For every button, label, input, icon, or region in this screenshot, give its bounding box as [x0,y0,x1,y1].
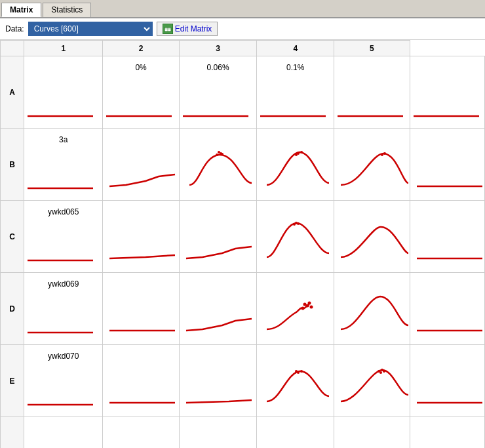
cell-D-4[interactable] [257,273,334,345]
cell-row-label: 3a [26,130,101,144]
cell-empty-baseline [334,106,410,121]
cell-top-label: 0.1% [258,58,332,72]
cell-E-3[interactable] [179,345,257,417]
cell-B-3[interactable] [179,129,257,201]
cell-E-2[interactable] [103,345,179,417]
svg-point-16 [295,153,298,156]
cell-top-label: 0.06% [181,58,256,72]
cell-E-4[interactable] [257,345,334,417]
cell-E-5[interactable] [334,345,410,417]
cell-D-6[interactable] [410,273,484,345]
matrix-table: 1 2 3 4 5 A 0% 0.06% [0,40,485,448]
cell-C-2[interactable] [103,201,179,273]
row-header-C: C [1,201,24,273]
cell-curve [183,291,257,339]
edit-matrix-button[interactable]: Edit Matrix [157,22,218,36]
cell-curve [338,219,410,267]
cell-baseline [24,178,102,193]
svg-point-10 [216,153,218,156]
cell-D-1[interactable]: ywkd069 [24,273,103,345]
cell-F-1[interactable] [24,417,103,449]
cell-D-5[interactable] [334,273,410,345]
cell-row-label: ywkd069 [26,274,101,289]
cell-E-6[interactable] [410,345,484,417]
col-header-1: 1 [24,41,103,56]
cell-curve [338,147,410,195]
row-header-B: B [1,129,24,201]
col-header-4: 4 [257,41,334,56]
cell-curve [260,363,334,411]
cell-curve [260,219,334,267]
cell-B-6[interactable] [410,129,484,201]
cell-baseline [24,323,102,338]
svg-point-17 [381,153,383,156]
cell-A-2[interactable]: 0% [103,56,179,129]
cell-A-6[interactable] [410,56,484,129]
data-select[interactable]: Curves [600] [28,22,153,36]
cell-curve [183,436,257,448]
svg-point-18 [383,152,386,155]
cell-curve [183,363,257,411]
cell-row-label: ywkd070 [26,346,101,361]
svg-point-12 [218,151,220,153]
col-header-2: 2 [103,41,179,56]
cell-A-3[interactable]: 0.06% [179,56,257,129]
cell-F-3[interactable] [179,417,257,449]
cell-empty-baseline [24,106,102,121]
svg-point-31 [300,370,303,373]
cell-A-4[interactable]: 0.1% [257,56,334,129]
cell-C-5[interactable] [334,201,410,273]
cell-curve [106,436,179,448]
cell-curve [414,219,485,267]
cell-B-4[interactable] [257,129,334,201]
cell-C-1[interactable]: ywkd065 [24,201,103,273]
col-header-5: 5 [334,41,410,56]
svg-point-28 [308,302,311,305]
cell-curve [338,436,410,448]
svg-point-36 [381,369,383,371]
cell-D-2[interactable] [103,273,179,345]
svg-point-15 [300,151,303,153]
cell-A-5[interactable] [334,56,410,129]
cell-D-3[interactable] [179,273,257,345]
col-header-3: 3 [179,41,257,56]
cell-curve [183,147,257,195]
cell-B-5[interactable] [334,129,410,201]
tab-statistics[interactable]: Statistics [43,3,91,17]
cell-curve [183,219,257,267]
cell-C-6[interactable] [410,201,484,273]
matrix-container[interactable]: 1 2 3 4 5 A 0% 0.06% [0,40,485,448]
cell-F-2[interactable] [103,417,179,449]
data-label: Data: [5,24,24,33]
cell-curve [106,291,179,339]
toolbar: Data: Curves [600] Edit Matrix [0,18,485,40]
svg-point-27 [303,303,307,306]
cell-curve [338,291,410,339]
svg-point-22 [295,222,298,224]
cell-A-1[interactable] [24,56,103,129]
cell-curve [106,147,179,195]
edit-icon [163,24,173,34]
cell-F-4[interactable] [257,417,334,449]
cell-F-5[interactable] [334,417,410,449]
cell-C-3[interactable] [179,201,257,273]
cell-F-6[interactable] [410,417,484,449]
cell-empty-baseline [410,106,484,121]
cell-E-1[interactable]: ywkd070 [24,345,103,417]
tab-bar: Matrix Statistics [0,0,485,18]
cell-top-label: 0% [104,58,177,72]
tab-matrix[interactable]: Matrix [1,3,41,17]
cell-B-2[interactable] [103,129,179,201]
svg-point-24 [301,307,305,310]
svg-point-13 [221,153,223,155]
cell-curve [414,291,485,339]
cell-B-1[interactable]: 3a [24,129,103,201]
svg-point-32 [295,370,298,373]
row-header-F: F [1,417,24,449]
cell-baseline [180,106,257,121]
cell-curve [260,436,334,448]
cell-curve [414,147,485,195]
cell-C-4[interactable] [257,201,334,273]
cell-curve [414,363,485,411]
cell-baseline [257,106,334,121]
